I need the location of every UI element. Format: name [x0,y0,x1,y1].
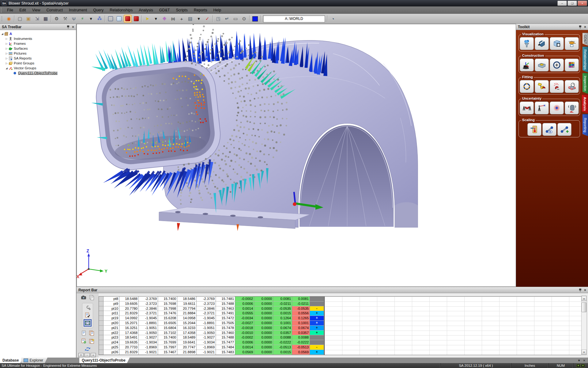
report-zoom-fit-button[interactable]: = [91,353,96,357]
menu-edit[interactable]: Edit [16,7,29,13]
report-row-pt24[interactable]: pt2419.6635-1.903415.769919.6641-1.90341… [99,340,582,345]
network-tree-icon[interactable]: ⁂ [96,15,104,23]
save-file-icon[interactable]: ▦ [42,15,50,23]
tab-database[interactable]: Database [0,358,23,363]
selection-box-icon[interactable]: ▭ [232,15,239,23]
screenshot-camera-icon[interactable] [80,294,87,301]
menu-grip[interactable] [1,8,3,13]
report-zoom-in-button[interactable]: + [78,353,84,357]
surface-gauge-fit-icon[interactable] [565,80,579,93]
settings-gear-icon[interactable]: ⚙ [53,15,61,23]
tree-root-a[interactable]: ◢A [1,31,75,36]
toolbar-grip[interactable] [2,16,4,21]
toolkit-tab-analysis[interactable]: Analysis [582,94,588,113]
report-check-icon[interactable] [84,312,91,318]
instrument-add-icon[interactable]: Ψ [70,15,78,23]
voxel-cloud-icon[interactable] [565,59,579,71]
run-interface-icon[interactable]: ⚡ [78,15,86,23]
report-row-pt25[interactable]: pt2520.7733-1.896915.799720.7747-1.89691… [99,345,582,350]
magnet-tripods-uncertainty-icon[interactable] [520,102,534,114]
view-zoom-box-icon[interactable] [550,37,564,50]
menu-scripts[interactable]: Scripts [173,7,191,13]
menu-help[interactable]: Help [210,7,224,13]
report-row-pt8[interactable]: pt818.5488-2.376915.740018.5486-2.376915… [99,297,582,301]
report-new-star-icon[interactable] [88,338,95,344]
report-add-icon[interactable] [80,338,87,344]
robot-magnet-fit-icon[interactable] [535,80,549,93]
report-options-wrench-icon[interactable] [84,305,91,311]
toolkit-tab-reporting[interactable]: Reporting [582,114,588,136]
single-report-icon[interactable] [80,330,87,336]
menu-relationships[interactable]: Relationships [107,7,136,13]
tree-expander-icon[interactable]: ▷ [5,52,8,55]
move-crosshair-icon[interactable]: + [178,15,186,23]
tree-item-instruments[interactable]: ▷Instruments [1,36,75,41]
active-color-swatch[interactable] [251,15,259,23]
maximize-button[interactable]: ❏ [567,1,577,6]
toolkit-tab-relationships[interactable]: Relationships [582,47,588,72]
run-menu-caret[interactable]: ▾ [87,15,95,23]
scroll-down-icon[interactable]: ▼ [582,350,586,355]
tree-item-query111-objecttoprobe[interactable]: Query111-ObjectToProbe [1,71,75,75]
tree-item-frames[interactable]: ▷Frames [1,41,75,46]
palette-icon[interactable]: ❉ [160,15,168,23]
tab-query111-objecttoprobe[interactable]: Query111-ObjectToProbe [79,358,130,363]
reportbar-x-icon[interactable]: ✕ [583,359,586,362]
report-row-pt21[interactable]: pt2116.3251-1.905115.680416.3233-1.90511… [99,326,582,331]
close-button[interactable]: × [578,1,587,6]
report-template-icon[interactable]: ▤ [186,15,194,23]
tree-expander-icon[interactable]: ▷ [5,57,8,60]
tree-item-vectorgroups[interactable]: ◢Vector Groups [1,66,75,71]
scroll-thumb[interactable] [582,302,586,312]
tree-expander-icon[interactable]: ▷ [5,42,8,45]
report-row-pt22[interactable]: pt2217.4368-1.905015.710217.4358-1.90501… [99,331,582,335]
enter-key-icon[interactable]: ↵ [223,15,231,23]
scroll-up-icon[interactable]: ▲ [582,296,586,301]
menu-view[interactable]: View [29,7,43,13]
report-row-pt26[interactable]: pt2621.8329-1.902115.746721.8898-1.90211… [99,350,582,355]
fit-circle-points-icon[interactable] [520,80,534,93]
pick-arrow-icon[interactable]: ➤ [143,15,151,23]
report-row-pt9[interactable]: pt919.6605-2.372315.769819.6611-2.372315… [99,301,582,306]
tree-expander-icon[interactable]: ◢ [5,67,8,70]
menu-instrument[interactable]: Instrument [66,7,90,13]
red-cube-active-icon[interactable] [124,15,132,23]
treebar-pin-icon[interactable] [67,25,70,29]
active-frame-combo[interactable]: A::WORLD [263,15,325,22]
solid-red-cube-icon[interactable] [132,15,140,23]
tree-item-pictures[interactable]: ▷Pictures [1,51,75,56]
sensor-noise-uncertainty-icon[interactable] [565,102,579,114]
scale-bar-view-icon[interactable] [542,123,556,136]
callout-icon[interactable]: ◳ [214,15,222,23]
measure-x-icon[interactable]: (x) [169,15,177,23]
points-magnet-fit-icon[interactable] [550,80,564,93]
primitive-block-icon[interactable] [535,59,549,71]
tree-expander-icon[interactable]: ▷ [5,37,8,40]
menu-query[interactable]: Query [90,7,107,13]
toolkit-tab-inspection[interactable]: Inspection [582,73,588,94]
tab-explorer[interactable]: Explorer [21,358,47,363]
graphics-viewport[interactable]: ZXY [77,24,516,287]
fly-through-icon[interactable] [565,37,579,50]
tools-wrench-icon[interactable]: ⚒ [61,15,69,23]
report-row-pt19[interactable]: pt1914.0992-1.904515.620814.0958-1.90451… [99,316,582,321]
pick-menu-caret[interactable]: ▾ [152,15,160,23]
scale-bar-add-icon[interactable] [557,123,571,136]
report-scrollbar[interactable]: ▲ ▼ [581,296,587,355]
construction-wizard-icon[interactable] [520,59,534,71]
instrument-ray-uncertainty-icon[interactable] [535,102,549,114]
report-row-pt10[interactable]: pt1020.7780-2.384615.799820.7794-2.38461… [99,306,582,311]
import-file-icon[interactable]: ⇲ [33,15,41,23]
screen-camera-icon[interactable]: ⊙ [240,15,248,23]
frame-watch-icon[interactable]: ◔ [329,15,337,23]
menu-construct[interactable]: Construct [43,7,66,13]
report-frame-icon[interactable] [84,319,92,327]
menu-gdt[interactable]: GD&T [156,7,173,13]
report-row-pt11[interactable]: pt1121.8329-2.372115.747621.8884-2.37211… [99,311,582,316]
thermometer-scale-icon[interactable] [527,123,541,136]
toolkit-pin-icon[interactable] [579,25,582,29]
toolkit-tab-gdt[interactable]: GD&T [582,33,588,46]
menu-file[interactable]: File [4,7,16,13]
menu-reports[interactable]: Reports [191,7,210,13]
check-measure-icon[interactable]: ✓ [203,15,211,23]
